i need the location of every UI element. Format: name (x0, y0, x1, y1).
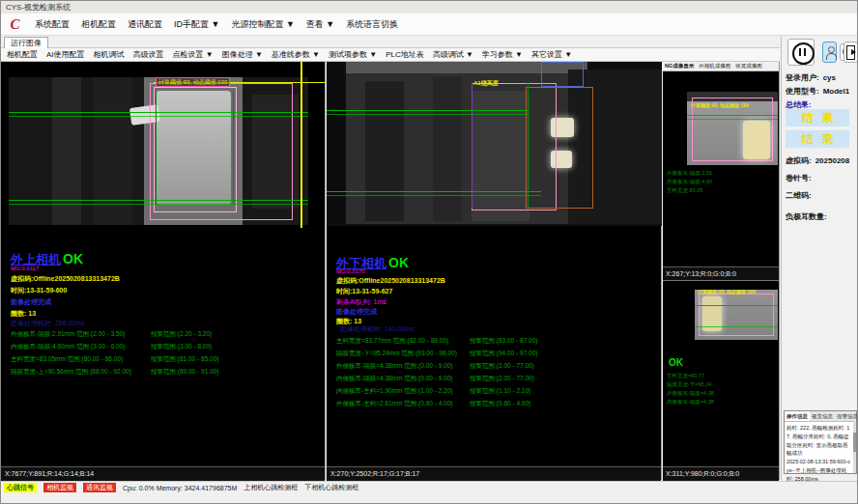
login-user-row: 登录用户:cys (786, 72, 836, 83)
menu-item-camera-config[interactable]: 相机配置 (81, 18, 116, 31)
virtual-code-row: 虚拟码:20250208 (786, 155, 849, 166)
left-turns: 圈数: 13 (11, 309, 36, 319)
log-tab-alarm[interactable]: 报警信息 (835, 411, 858, 421)
thumb-tab-tail-camera[interactable]: 收尾成像图 (735, 63, 762, 70)
measurement-row: 外侧极耳-主料=2.61mm 范围:(0.60 - 4.00) (336, 400, 452, 408)
mid-camera-view[interactable]: A1绕高度 外下相机OK MG:0.0170 虚拟码:Offline202502… (327, 62, 662, 480)
menu-item-system-config[interactable]: 系统配置 (35, 18, 70, 31)
negative-tab-count-label: 负极耳数量: (786, 211, 827, 222)
thumb-bottom-measure-line: 隔膜宽度-下=95.24 (667, 381, 711, 388)
user-login-button[interactable] (822, 42, 837, 63)
thumbnail-header-tabs: NG成像显示 外相机成像图 收尾成像图 (663, 62, 779, 71)
alarm-range: 报警范围:(89.00 - 91.00) (151, 368, 218, 377)
app-logo-icon: C (7, 16, 23, 33)
menu-item-light-control[interactable]: 光源控制配置 ▼ (231, 18, 294, 31)
alarm-range: 报警范围:(0.60 - 4.00) (470, 400, 530, 408)
threshold-overlay-label: 计算阈值:93, 动态阈值:100 (156, 77, 230, 87)
mid-ai-queue: 剩余AI队列: 1ms (336, 297, 386, 307)
tool-spot-check[interactable]: 点检设置 ▼ (173, 49, 214, 60)
alarm-range: 报警范围:(81.00 - 85.00) (151, 355, 218, 364)
measurement-row: 外侧极耳-隔膜:2.91mm 范围:(2.00 - 3.50) (11, 330, 125, 339)
log-tab-vision[interactable]: 视觉信息 (810, 411, 835, 421)
tool-test-params[interactable]: 测试项参数 ▼ (329, 49, 377, 60)
tool-baseline-params[interactable]: 基准线参数 ▼ (272, 49, 320, 60)
app-window: CYS-视觉检测系统 C 系统配置 相机配置 通讯配置 ID手配置 ▼ 光源控制… (0, 0, 858, 504)
thumb-top-measure-line: 内侧极耳-隔膜:4.60 (667, 179, 712, 185)
thumbnail-bottom-image[interactable]: 计算阈值:93, 动态阈值:100 (695, 290, 778, 340)
menu-item-view[interactable]: 查看 ▼ (306, 18, 334, 31)
measurement-row: 内侧极耳-隔膜=4.38mm 范围:(0.00 - 9.00) (336, 375, 452, 383)
thumb-divider (663, 280, 779, 281)
roi-box-inner (154, 87, 237, 212)
tool-image-processing[interactable]: 图像处理 ▼ (222, 49, 263, 60)
alarm-range: 报警范围:(2.00 - 77.00) (470, 362, 534, 371)
thumbnail-panel: NG成像显示 外相机成像图 收尾成像图 计算阈值:93, 动态阈值:100 外侧… (663, 62, 780, 480)
model-value: Model1 (819, 87, 850, 96)
qr-code-label: 二维码: (786, 190, 812, 201)
left-process-done: 图像处理完成 (11, 297, 51, 307)
log-box: 操作信息 视觉信息 报警信息 耗时: 222, 画幅检测耗时: 17, 画幅分类… (784, 410, 857, 474)
top-camera-heartbeat-link[interactable]: 上相机心跳检测框 (243, 483, 298, 492)
statusbar: 心跳信号 相机监视 通讯监视 Cpu: 0.0% Memory: 3424.41… (1, 481, 857, 493)
menu-item-comm-config[interactable]: 通讯配置 (128, 18, 162, 31)
measurement-row: 隔膜宽度-上=90.56mm 范围:(88.00 - 92.00) (11, 368, 131, 377)
mid-overlay-label: A1绕高度 (473, 79, 499, 88)
tool-advanced-settings[interactable]: 高级设置 (133, 49, 164, 60)
thumb-tab-outer-camera[interactable]: 外相机成像图 (699, 63, 730, 70)
left-camera-view[interactable]: 计算阈值:93, 动态阈值:100 外上相机OK MG:0.0117 虚拟码:O… (1, 62, 326, 480)
measurement-row: 主料宽度=83.77mm 范围:(82.00 - 88.00) (336, 337, 448, 346)
tool-plc-address-table[interactable]: PLC地址表 (386, 49, 424, 60)
comm-monitor-badge[interactable]: 通讯监视 (83, 483, 116, 492)
measurement-row: 隔膜宽度-下=95.24mm 范围:(93.00 - 98.00) (336, 350, 457, 358)
virtual-code-label: 虚拟码: (786, 156, 812, 165)
thumb-bottom-measure-line: 内侧极耳-隔膜=4.38 (667, 399, 714, 406)
cpu-memory-status: Cpu: 0.0% Memory: 3424.41796875M (123, 485, 237, 491)
menu-item-language-switch[interactable]: 系统语言切换 (346, 18, 398, 31)
mid-process-cost: 图像处理耗时: 140.00ms (340, 324, 415, 334)
thumb-bottom-overlay-label: 计算阈值:93, 动态阈值:100 (698, 290, 756, 294)
tool-ai-usage-config[interactable]: AI使用配置 (46, 49, 85, 60)
thumb-bottom-measure-line: 主料宽度=83.77 (667, 373, 704, 379)
alarm-range: 报警范围:(94.00 - 97.00) (470, 350, 537, 358)
alarm-range: 报警范围:(2.00 - 77.00) (470, 375, 534, 383)
tool-learning-params[interactable]: 学习参数 ▼ (482, 49, 523, 60)
bottom-camera-heartbeat-link[interactable]: 下相机心跳检测框 (304, 483, 358, 492)
mid-virtual-code: 虚拟码:Offline2025020813313472B (336, 276, 445, 286)
model-row: 使用型号:Model1 (786, 86, 849, 97)
thumb-bottom-cursor-coords: X:311;Y:980;R:0;G:0;B:0 (663, 466, 779, 481)
model-label: 使用型号: (786, 87, 819, 96)
menubar: C 系统配置 相机配置 通讯配置 ID手配置 ▼ 光源控制配置 ▼ 查看 ▼ 系… (1, 14, 857, 36)
tool-advanced-debug[interactable]: 高级调试 ▼ (433, 49, 473, 60)
left-time: 时间:13-31-59-600 (11, 286, 67, 295)
log-scrollbar[interactable] (853, 421, 856, 473)
left-virtual-code: 虚拟码:Offline2025020813313472B (11, 274, 120, 284)
exit-button[interactable] (844, 42, 858, 63)
tool-other-settings[interactable]: 其它设置 ▼ (531, 49, 572, 60)
log-line: 耗时: 222, 画幅检测耗时: 17, 画幅分类耗时: 0, 画幅提取分区耗时… (786, 424, 851, 458)
tool-camera-config[interactable]: 相机配置 (7, 49, 38, 60)
log-tab-operation[interactable]: 操作信息 (785, 411, 810, 421)
thumbnail-top-image[interactable]: 计算阈值:93, 动态阈值:100 (687, 92, 778, 165)
virtual-code-value: 20250208 (812, 156, 850, 165)
mid-process-done: 图像处理完成 (336, 307, 377, 317)
menu-item-gripper-config[interactable]: ID手配置 ▼ (174, 18, 219, 31)
alarm-range: 报警范围:(1.10 - 2.10) (470, 387, 530, 396)
mid-cursor-coords: X:270;Y:2502;R:17;G:17;B:17 (327, 466, 661, 481)
mid-time: 时间:13-31-59-627 (336, 287, 392, 296)
tool-camera-debug[interactable]: 相机调试 (94, 49, 125, 60)
left-process-cost: 图像处理耗时: 258.00ms (11, 319, 85, 328)
mid-camera-ok-status: OK (386, 255, 409, 270)
pause-button[interactable] (787, 39, 815, 66)
heartbeat-signal-badge[interactable]: 心跳信号 (4, 483, 37, 492)
camera-monitor-badge[interactable]: 相机监视 (43, 483, 76, 492)
reference-line-vertical (300, 62, 302, 228)
login-user-value: cys (819, 73, 836, 82)
thumb-tab-ng-display[interactable]: NG成像显示 (665, 63, 694, 70)
left-camera-image (9, 77, 308, 225)
mid-mg-line: MG:0.0170 (336, 268, 365, 274)
measurement-row: 主料宽度=83.05mm 范围:(80.00 - 86.00) (11, 355, 123, 364)
window-title: CYS-视觉检测系统 (6, 3, 71, 12)
user-icon (828, 46, 835, 53)
toolbar: 相机配置 AI使用配置 相机调试 高级设置 点检设置 ▼ 图像处理 ▼ 基准线参… (1, 48, 780, 62)
thumb-top-measure-line: 外侧极耳-隔膜:2.91 (667, 170, 712, 177)
